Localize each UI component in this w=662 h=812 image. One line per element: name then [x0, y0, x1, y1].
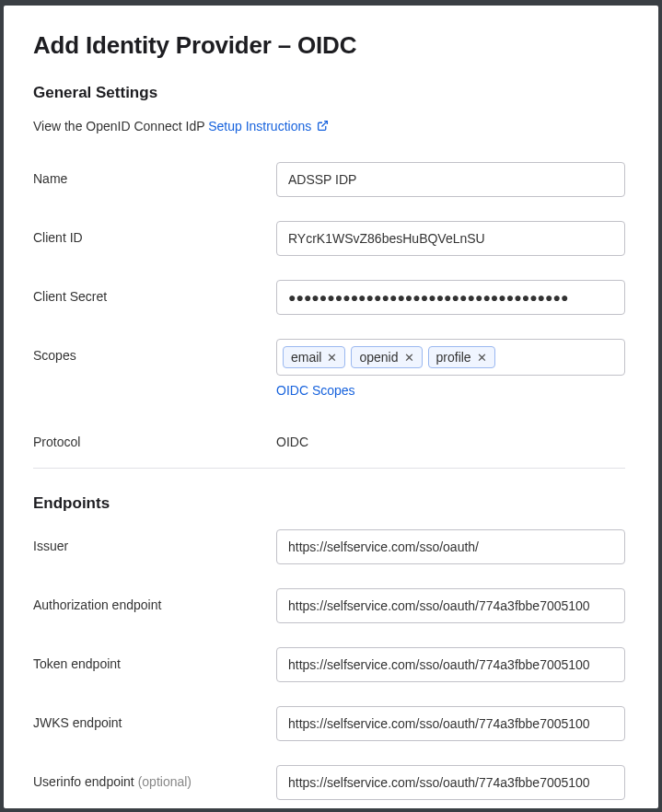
- intro-text: View the OpenID Connect IdP Setup Instru…: [33, 119, 625, 134]
- external-link-icon: [317, 120, 329, 134]
- client-secret-input[interactable]: [276, 280, 625, 315]
- endpoints-heading: Endpoints: [33, 494, 625, 513]
- authorization-input[interactable]: [276, 588, 625, 623]
- field-row-userinfo: Userinfo endpoint (optional): [33, 765, 625, 800]
- authorization-label: Authorization endpoint: [33, 588, 276, 612]
- scopes-label: Scopes: [33, 339, 276, 363]
- intro-prefix: View the OpenID Connect IdP: [33, 119, 208, 133]
- protocol-value: OIDC: [276, 425, 625, 449]
- jwks-label: JWKS endpoint: [33, 706, 276, 730]
- field-row-client-id: Client ID: [33, 221, 625, 256]
- field-row-token: Token endpoint: [33, 647, 625, 682]
- token-input[interactable]: [276, 647, 625, 682]
- modal-title: Add Identity Provider – OIDC: [33, 31, 625, 60]
- field-row-protocol: Protocol OIDC: [33, 425, 625, 449]
- setup-instructions-link[interactable]: Setup Instructions: [208, 119, 329, 133]
- token-label: Token endpoint: [33, 647, 276, 671]
- name-label: Name: [33, 162, 276, 186]
- scope-chip-openid: openid ✕: [351, 346, 422, 368]
- client-secret-label: Client Secret: [33, 280, 276, 304]
- remove-scope-openid-icon[interactable]: ✕: [404, 352, 414, 364]
- field-row-issuer: Issuer: [33, 529, 625, 564]
- scope-chip-label: openid: [359, 350, 398, 365]
- field-row-scopes: Scopes email ✕ openid ✕ profile ✕: [33, 339, 625, 398]
- remove-scope-email-icon[interactable]: ✕: [327, 352, 337, 364]
- field-row-jwks: JWKS endpoint: [33, 706, 625, 741]
- section-divider: [33, 468, 625, 469]
- issuer-input[interactable]: [276, 529, 625, 564]
- scope-chip-email: email ✕: [283, 346, 345, 368]
- scope-chip-profile: profile ✕: [428, 346, 495, 368]
- client-id-input[interactable]: [276, 221, 625, 256]
- setup-instructions-text: Setup Instructions: [208, 119, 311, 133]
- name-input[interactable]: [276, 162, 625, 197]
- field-row-name: Name: [33, 162, 625, 197]
- svg-line-0: [322, 122, 328, 127]
- userinfo-label-text: Userinfo endpoint: [33, 774, 138, 789]
- issuer-label: Issuer: [33, 529, 276, 553]
- oidc-scopes-link[interactable]: OIDC Scopes: [276, 383, 355, 398]
- jwks-input[interactable]: [276, 706, 625, 741]
- add-idp-modal: Add Identity Provider – OIDC General Set…: [4, 6, 658, 808]
- general-settings-heading: General Settings: [33, 84, 625, 102]
- field-row-client-secret: Client Secret: [33, 280, 625, 315]
- scope-chip-label: profile: [436, 350, 471, 365]
- scope-chip-label: email: [291, 350, 321, 365]
- modal-scroll-area[interactable]: Add Identity Provider – OIDC General Set…: [4, 6, 658, 808]
- userinfo-label: Userinfo endpoint (optional): [33, 765, 276, 789]
- userinfo-optional-text: (optional): [138, 774, 192, 789]
- scopes-input[interactable]: email ✕ openid ✕ profile ✕: [276, 339, 625, 376]
- client-id-label: Client ID: [33, 221, 276, 245]
- field-row-authorization: Authorization endpoint: [33, 588, 625, 623]
- remove-scope-profile-icon[interactable]: ✕: [477, 352, 487, 364]
- userinfo-input[interactable]: [276, 765, 625, 800]
- protocol-label: Protocol: [33, 425, 276, 449]
